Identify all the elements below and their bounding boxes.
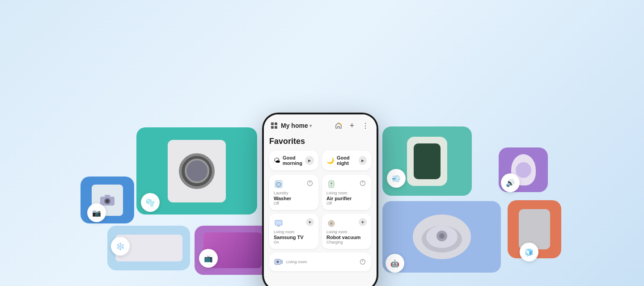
svg-point-20 — [330, 182, 332, 184]
card-badge-tv: 📺 — [199, 249, 218, 268]
grid-icon — [270, 122, 278, 130]
device-tile-tv[interactable]: ▶ Living room Samsung TV On — [269, 214, 318, 249]
svg-point-33 — [277, 261, 279, 263]
phone-content: Favorites 🌤 Goodmorning ▶ 🌙 Good night — [264, 134, 377, 286]
purifier-room: Living room — [326, 191, 367, 195]
svg-point-12 — [339, 123, 341, 125]
bottom-camera-icon — [274, 257, 284, 267]
devices-grid: Laundry Washer Off — [269, 175, 371, 249]
tv-play-btn[interactable]: ▶ — [306, 218, 314, 226]
home-title-text: My home — [281, 122, 308, 129]
device-tile-vacuum[interactable]: ▶ Living room Robot vacuum Charging — [322, 214, 371, 249]
svg-rect-11 — [275, 126, 277, 129]
purifier-name: Air purifier — [326, 196, 367, 201]
routine-good-morning[interactable]: 🌤 Goodmorning ▶ — [269, 151, 318, 170]
add-icon[interactable]: + — [347, 121, 357, 130]
purifier-tile-header — [326, 179, 367, 189]
svg-rect-24 — [275, 220, 282, 225]
purifier-image — [407, 137, 447, 186]
card-badge-ac: ❄️ — [111, 237, 130, 256]
card-badge-speaker: 🔊 — [501, 173, 520, 192]
routines-row: 🌤 Goodmorning ▶ 🌙 Good night ▶ — [269, 151, 371, 170]
svg-point-16 — [276, 181, 277, 182]
speaker-dome — [516, 162, 531, 178]
tv-status: On — [274, 240, 314, 244]
washer-power-btn[interactable] — [306, 179, 314, 187]
card-badge-camera: 📷 — [87, 203, 106, 222]
bottom-device-power-btn[interactable] — [359, 258, 367, 266]
washer-door — [179, 153, 215, 189]
device-tile-washer[interactable]: Laundry Washer Off — [269, 175, 318, 210]
svg-rect-3 — [105, 195, 110, 198]
svg-rect-26 — [278, 226, 280, 227]
dropdown-arrow: ▾ — [309, 123, 312, 128]
vacuum-play-btn[interactable]: ▶ — [359, 218, 367, 226]
bottom-device-info: Living room — [286, 260, 359, 265]
favorites-title: Favorites — [269, 137, 371, 146]
phone-frame: My home ▾ + ⋮ Favorites — [262, 113, 378, 286]
purifier-status: Off — [326, 201, 367, 206]
camera-svg — [99, 194, 115, 206]
washer-tile-header — [274, 179, 314, 189]
card-badge-washer: 🫧 — [141, 193, 160, 212]
purifier-inner — [414, 143, 441, 179]
phone-screen: My home ▾ + ⋮ Favorites — [264, 114, 377, 286]
card-badge-purifier: 💨 — [387, 169, 406, 188]
washer-image — [168, 140, 226, 202]
morning-label: Goodmorning — [283, 155, 302, 166]
washer-status: Off — [274, 201, 314, 206]
washer-room: Laundry — [274, 191, 314, 195]
purifier-power-btn[interactable] — [359, 179, 367, 187]
washer-door-inner — [185, 159, 209, 183]
card-badge-fridge: 🧊 — [520, 243, 538, 261]
header-title: My home ▾ — [281, 122, 334, 129]
header-actions: + ⋮ — [334, 121, 370, 130]
night-emoji: 🌙 — [326, 157, 334, 164]
vacuum-svg — [419, 219, 464, 255]
vacuum-status: Charging — [326, 240, 367, 244]
smart-home-icon[interactable] — [334, 121, 343, 130]
svg-rect-8 — [271, 122, 274, 125]
fridge-image — [519, 209, 550, 249]
morning-play-button[interactable]: ▶ — [305, 156, 314, 165]
svg-point-7 — [439, 233, 445, 239]
svg-rect-9 — [275, 122, 277, 125]
bottom-device-camera[interactable]: Living room — [269, 252, 371, 271]
tv-room: Living room — [274, 230, 314, 234]
vacuum-tile-icon — [326, 218, 336, 228]
vacuum-tile-header: ▶ — [326, 218, 367, 228]
svg-point-29 — [331, 223, 332, 224]
purifier-tile-icon — [326, 179, 336, 189]
menu-icon[interactable]: ⋮ — [360, 121, 370, 130]
routine-morning-info: 🌤 Goodmorning — [274, 155, 302, 166]
night-label: Good night — [337, 155, 359, 166]
svg-rect-25 — [277, 225, 280, 226]
vacuum-name: Robot vacuum — [326, 235, 367, 240]
morning-emoji: 🌤 — [274, 157, 280, 164]
tv-tile-header: ▶ — [274, 218, 314, 228]
tv-tile-icon — [274, 218, 284, 228]
bottom-device-room: Living room — [286, 260, 359, 264]
vacuum-room: Living room — [326, 230, 367, 234]
routine-good-night[interactable]: 🌙 Good night ▶ — [322, 151, 371, 170]
svg-rect-10 — [271, 126, 274, 129]
svg-point-2 — [106, 199, 109, 203]
night-play-button[interactable]: ▶ — [359, 156, 367, 165]
phone-mockup: My home ▾ + ⋮ Favorites — [262, 113, 378, 286]
vacuum-image — [413, 214, 471, 259]
washer-tile-icon — [274, 179, 284, 189]
device-tile-purifier[interactable]: Living room Air purifier Off — [322, 175, 371, 210]
phone-header: My home ▾ + ⋮ — [264, 114, 377, 134]
svg-marker-31 — [281, 260, 283, 264]
card-badge-vacuum: 🤖 — [386, 254, 404, 273]
tv-name: Samsung TV — [274, 235, 314, 240]
routine-night-info: 🌙 Good night — [326, 155, 359, 166]
washer-name: Washer — [274, 196, 314, 201]
